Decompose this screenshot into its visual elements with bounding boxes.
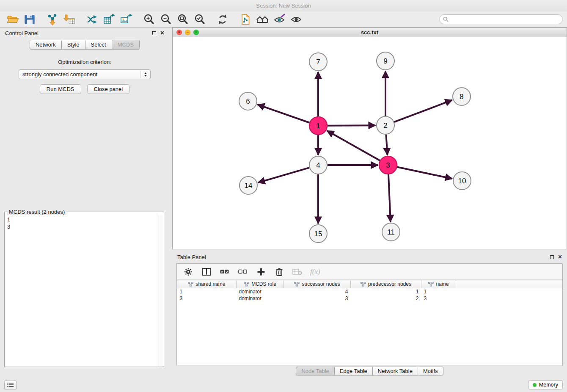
- network-canvas[interactable]: 7968124314101511: [173, 37, 567, 249]
- import-network-button[interactable]: [44, 12, 61, 27]
- export-image-button[interactable]: [118, 12, 135, 27]
- tab-mcds[interactable]: MCDS: [112, 40, 140, 50]
- control-panel-tabs: NetworkStyleSelectMCDS: [0, 40, 169, 50]
- node-9[interactable]: 9: [377, 52, 394, 70]
- edge-3-1[interactable]: [327, 131, 380, 160]
- mcds-result-line: 1: [7, 216, 161, 223]
- node-table: f(x) shared nameMCDS rolesuccessor nodes…: [176, 263, 563, 365]
- open-session-button[interactable]: [4, 12, 21, 27]
- run-mcds-button[interactable]: Run MCDS: [40, 84, 81, 94]
- optimization-dropdown[interactable]: strongly connected component: [19, 69, 151, 79]
- export-table-button[interactable]: [101, 12, 118, 27]
- node-label: 8: [460, 93, 463, 101]
- edge-1-6[interactable]: [258, 105, 310, 123]
- table-row[interactable]: 1dominator411: [177, 288, 563, 295]
- node-label: 3: [386, 161, 390, 169]
- table-tab-node-table[interactable]: Node Table: [296, 367, 335, 375]
- table-cell[interactable]: 3: [421, 295, 456, 302]
- add-column-button[interactable]: [256, 266, 267, 277]
- edge-1-2[interactable]: [328, 125, 375, 126]
- window-zoom-button[interactable]: +: [193, 30, 199, 35]
- table-cell[interactable]: 4: [284, 288, 351, 295]
- column-header-predecessor-nodes[interactable]: predecessor nodes: [351, 280, 421, 288]
- close-table-panel-icon[interactable]: ×: [558, 254, 562, 259]
- table-tab-edge-table[interactable]: Edge Table: [335, 367, 373, 375]
- table-cell[interactable]: 3: [284, 295, 351, 302]
- table-cell[interactable]: dominator: [237, 288, 284, 295]
- table-cell[interactable]: dominator: [237, 295, 284, 302]
- edge-2-8[interactable]: [394, 100, 452, 122]
- node-1[interactable]: 1: [309, 117, 327, 135]
- node-10[interactable]: 10: [453, 172, 471, 190]
- node-14[interactable]: 14: [239, 177, 257, 194]
- save-session-button[interactable]: [21, 12, 38, 27]
- delete-row-button[interactable]: [274, 266, 285, 277]
- zoom-in-button[interactable]: [140, 12, 157, 27]
- deselect-all-button[interactable]: [237, 266, 248, 277]
- import-table-button[interactable]: [61, 12, 78, 27]
- window-titlebar: Session: New Session: [0, 0, 567, 11]
- table-tab-motifs[interactable]: Motifs: [418, 367, 443, 375]
- panel-selector-button[interactable]: [4, 381, 17, 389]
- zoom-selected-button[interactable]: [191, 12, 208, 27]
- node-4[interactable]: 4: [309, 156, 327, 174]
- column-header-shared-name[interactable]: shared name: [177, 280, 237, 288]
- panel-splitter[interactable]: [169, 28, 172, 378]
- delete-column-button[interactable]: [292, 266, 303, 277]
- function-builder-icon[interactable]: f(x): [310, 268, 320, 276]
- network-document-icon: [239, 13, 252, 26]
- window-minimize-button[interactable]: −: [185, 30, 190, 35]
- graphics-details-button[interactable]: [271, 12, 288, 27]
- control-panel: Control Panel × NetworkStyleSelectMCDS O…: [0, 28, 169, 378]
- table-cell[interactable]: 2: [351, 295, 421, 302]
- tab-style[interactable]: Style: [62, 40, 85, 50]
- edge-3-11[interactable]: [388, 174, 391, 222]
- apply-layout-button[interactable]: [214, 12, 231, 27]
- node-7[interactable]: 7: [309, 53, 327, 71]
- node-2[interactable]: 2: [377, 116, 394, 134]
- float-panel-icon[interactable]: [152, 31, 156, 35]
- network-window: × − + scc.txt 7968124314101511: [172, 28, 567, 249]
- table-cell[interactable]: 1: [351, 288, 421, 295]
- network-window-titlebar[interactable]: × − + scc.txt: [173, 28, 567, 37]
- column-header-label: name: [436, 281, 449, 287]
- edge-2-3[interactable]: [386, 135, 387, 155]
- float-table-panel-icon[interactable]: [550, 255, 554, 259]
- export-web-button[interactable]: [237, 12, 254, 27]
- result-scrollbar[interactable]: [159, 215, 164, 367]
- edge-3-10[interactable]: [397, 167, 452, 179]
- table-cell[interactable]: 3: [177, 295, 237, 302]
- plus-icon: [256, 267, 266, 276]
- node-8[interactable]: 8: [453, 88, 471, 105]
- node-15[interactable]: 15: [309, 225, 327, 243]
- search-box[interactable]: [439, 14, 563, 24]
- close-panel-icon[interactable]: ×: [160, 30, 164, 36]
- show-column-button[interactable]: [201, 266, 212, 277]
- tab-select[interactable]: Select: [85, 40, 112, 50]
- edge-4-14[interactable]: [258, 168, 309, 182]
- node-6[interactable]: 6: [239, 92, 257, 110]
- show-hide-button[interactable]: [288, 12, 305, 27]
- home-button[interactable]: [254, 12, 271, 27]
- sort-icon: [244, 282, 249, 287]
- node-3[interactable]: 3: [379, 156, 397, 174]
- table-cell[interactable]: 1: [177, 288, 237, 295]
- search-input[interactable]: [451, 16, 559, 22]
- tab-network[interactable]: Network: [30, 40, 62, 50]
- node-11[interactable]: 11: [382, 223, 400, 241]
- list-icon: [7, 382, 14, 387]
- window-close-button[interactable]: ×: [176, 30, 182, 35]
- table-row[interactable]: 3dominator323: [177, 295, 563, 302]
- export-network-button[interactable]: [84, 12, 101, 27]
- column-header-name[interactable]: name: [421, 280, 456, 288]
- table-settings-button[interactable]: [183, 266, 194, 277]
- column-header-MCDS-role[interactable]: MCDS role: [237, 280, 284, 288]
- select-all-button[interactable]: [219, 266, 230, 277]
- table-cell[interactable]: 1: [421, 288, 456, 295]
- zoom-out-button[interactable]: [157, 12, 174, 27]
- memory-button[interactable]: Memory: [528, 380, 563, 389]
- table-tab-network-table[interactable]: Network Table: [373, 367, 418, 375]
- close-panel-button[interactable]: Close panel: [87, 84, 130, 94]
- column-header-successor-nodes[interactable]: successor nodes: [284, 280, 351, 288]
- zoom-fit-button[interactable]: [174, 12, 191, 27]
